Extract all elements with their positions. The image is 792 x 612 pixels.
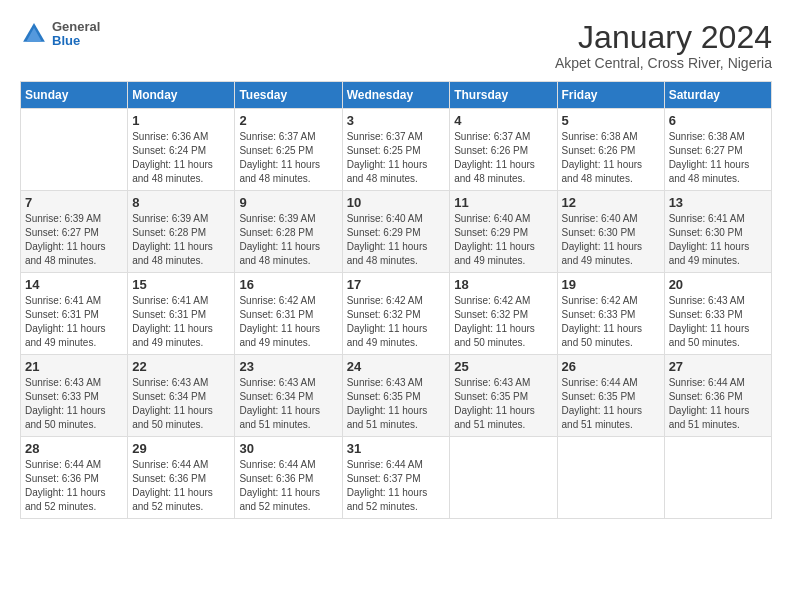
page-header: General Blue January 2024 Akpet Central,… [20,20,772,71]
day-number: 20 [669,277,767,292]
calendar-cell: 1Sunrise: 6:36 AMSunset: 6:24 PMDaylight… [128,109,235,191]
calendar-cell: 27Sunrise: 6:44 AMSunset: 6:36 PMDayligh… [664,355,771,437]
calendar-cell: 8Sunrise: 6:39 AMSunset: 6:28 PMDaylight… [128,191,235,273]
calendar-cell: 11Sunrise: 6:40 AMSunset: 6:29 PMDayligh… [450,191,557,273]
calendar-header: SundayMondayTuesdayWednesdayThursdayFrid… [21,82,772,109]
day-number: 10 [347,195,446,210]
day-info: Sunrise: 6:42 AMSunset: 6:32 PMDaylight:… [454,294,552,350]
calendar-cell: 18Sunrise: 6:42 AMSunset: 6:32 PMDayligh… [450,273,557,355]
day-info: Sunrise: 6:36 AMSunset: 6:24 PMDaylight:… [132,130,230,186]
day-info: Sunrise: 6:38 AMSunset: 6:26 PMDaylight:… [562,130,660,186]
calendar-cell: 25Sunrise: 6:43 AMSunset: 6:35 PMDayligh… [450,355,557,437]
calendar-cell: 14Sunrise: 6:41 AMSunset: 6:31 PMDayligh… [21,273,128,355]
calendar-cell: 30Sunrise: 6:44 AMSunset: 6:36 PMDayligh… [235,437,342,519]
day-number: 17 [347,277,446,292]
day-number: 23 [239,359,337,374]
day-number: 8 [132,195,230,210]
day-number: 29 [132,441,230,456]
day-info: Sunrise: 6:42 AMSunset: 6:32 PMDaylight:… [347,294,446,350]
calendar-cell: 17Sunrise: 6:42 AMSunset: 6:32 PMDayligh… [342,273,450,355]
day-number: 3 [347,113,446,128]
header-day-wednesday: Wednesday [342,82,450,109]
day-number: 13 [669,195,767,210]
day-info: Sunrise: 6:44 AMSunset: 6:37 PMDaylight:… [347,458,446,514]
calendar-cell: 28Sunrise: 6:44 AMSunset: 6:36 PMDayligh… [21,437,128,519]
calendar-cell: 19Sunrise: 6:42 AMSunset: 6:33 PMDayligh… [557,273,664,355]
logo: General Blue [20,20,100,49]
day-number: 7 [25,195,123,210]
calendar-cell: 5Sunrise: 6:38 AMSunset: 6:26 PMDaylight… [557,109,664,191]
calendar-cell: 21Sunrise: 6:43 AMSunset: 6:33 PMDayligh… [21,355,128,437]
day-info: Sunrise: 6:39 AMSunset: 6:28 PMDaylight:… [132,212,230,268]
calendar-cell: 24Sunrise: 6:43 AMSunset: 6:35 PMDayligh… [342,355,450,437]
logo-icon [20,20,48,48]
day-number: 27 [669,359,767,374]
header-day-tuesday: Tuesday [235,82,342,109]
day-info: Sunrise: 6:40 AMSunset: 6:29 PMDaylight:… [347,212,446,268]
day-number: 15 [132,277,230,292]
day-number: 6 [669,113,767,128]
calendar-cell: 29Sunrise: 6:44 AMSunset: 6:36 PMDayligh… [128,437,235,519]
week-row-4: 21Sunrise: 6:43 AMSunset: 6:33 PMDayligh… [21,355,772,437]
logo-text: General Blue [52,20,100,49]
day-info: Sunrise: 6:40 AMSunset: 6:30 PMDaylight:… [562,212,660,268]
calendar-cell: 13Sunrise: 6:41 AMSunset: 6:30 PMDayligh… [664,191,771,273]
day-number: 4 [454,113,552,128]
calendar-cell: 23Sunrise: 6:43 AMSunset: 6:34 PMDayligh… [235,355,342,437]
day-info: Sunrise: 6:37 AMSunset: 6:26 PMDaylight:… [454,130,552,186]
page-subtitle: Akpet Central, Cross River, Nigeria [555,55,772,71]
day-number: 16 [239,277,337,292]
page-title: January 2024 [555,20,772,55]
week-row-5: 28Sunrise: 6:44 AMSunset: 6:36 PMDayligh… [21,437,772,519]
day-info: Sunrise: 6:39 AMSunset: 6:27 PMDaylight:… [25,212,123,268]
day-info: Sunrise: 6:41 AMSunset: 6:30 PMDaylight:… [669,212,767,268]
week-row-3: 14Sunrise: 6:41 AMSunset: 6:31 PMDayligh… [21,273,772,355]
header-day-saturday: Saturday [664,82,771,109]
day-number: 14 [25,277,123,292]
day-info: Sunrise: 6:43 AMSunset: 6:34 PMDaylight:… [132,376,230,432]
day-number: 25 [454,359,552,374]
header-day-sunday: Sunday [21,82,128,109]
calendar-cell: 31Sunrise: 6:44 AMSunset: 6:37 PMDayligh… [342,437,450,519]
day-number: 5 [562,113,660,128]
week-row-1: 1Sunrise: 6:36 AMSunset: 6:24 PMDaylight… [21,109,772,191]
day-info: Sunrise: 6:44 AMSunset: 6:36 PMDaylight:… [132,458,230,514]
day-number: 24 [347,359,446,374]
day-info: Sunrise: 6:44 AMSunset: 6:36 PMDaylight:… [239,458,337,514]
calendar-cell [557,437,664,519]
logo-blue: Blue [52,34,100,48]
calendar-cell [21,109,128,191]
calendar-cell: 20Sunrise: 6:43 AMSunset: 6:33 PMDayligh… [664,273,771,355]
day-info: Sunrise: 6:38 AMSunset: 6:27 PMDaylight:… [669,130,767,186]
header-row: SundayMondayTuesdayWednesdayThursdayFrid… [21,82,772,109]
day-info: Sunrise: 6:40 AMSunset: 6:29 PMDaylight:… [454,212,552,268]
day-info: Sunrise: 6:43 AMSunset: 6:34 PMDaylight:… [239,376,337,432]
day-info: Sunrise: 6:44 AMSunset: 6:36 PMDaylight:… [25,458,123,514]
day-info: Sunrise: 6:41 AMSunset: 6:31 PMDaylight:… [25,294,123,350]
day-info: Sunrise: 6:43 AMSunset: 6:33 PMDaylight:… [25,376,123,432]
week-row-2: 7Sunrise: 6:39 AMSunset: 6:27 PMDaylight… [21,191,772,273]
calendar-cell: 7Sunrise: 6:39 AMSunset: 6:27 PMDaylight… [21,191,128,273]
calendar-cell: 16Sunrise: 6:42 AMSunset: 6:31 PMDayligh… [235,273,342,355]
header-day-friday: Friday [557,82,664,109]
calendar-cell: 22Sunrise: 6:43 AMSunset: 6:34 PMDayligh… [128,355,235,437]
day-number: 19 [562,277,660,292]
calendar-cell: 15Sunrise: 6:41 AMSunset: 6:31 PMDayligh… [128,273,235,355]
calendar-cell: 9Sunrise: 6:39 AMSunset: 6:28 PMDaylight… [235,191,342,273]
day-number: 22 [132,359,230,374]
day-number: 26 [562,359,660,374]
calendar-cell [450,437,557,519]
calendar-cell: 4Sunrise: 6:37 AMSunset: 6:26 PMDaylight… [450,109,557,191]
calendar-cell: 2Sunrise: 6:37 AMSunset: 6:25 PMDaylight… [235,109,342,191]
day-number: 2 [239,113,337,128]
title-block: January 2024 Akpet Central, Cross River,… [555,20,772,71]
calendar-cell: 12Sunrise: 6:40 AMSunset: 6:30 PMDayligh… [557,191,664,273]
day-info: Sunrise: 6:37 AMSunset: 6:25 PMDaylight:… [239,130,337,186]
calendar-cell: 10Sunrise: 6:40 AMSunset: 6:29 PMDayligh… [342,191,450,273]
calendar-cell [664,437,771,519]
day-info: Sunrise: 6:43 AMSunset: 6:35 PMDaylight:… [347,376,446,432]
calendar-cell: 26Sunrise: 6:44 AMSunset: 6:35 PMDayligh… [557,355,664,437]
day-info: Sunrise: 6:42 AMSunset: 6:31 PMDaylight:… [239,294,337,350]
day-info: Sunrise: 6:44 AMSunset: 6:36 PMDaylight:… [669,376,767,432]
day-info: Sunrise: 6:43 AMSunset: 6:33 PMDaylight:… [669,294,767,350]
